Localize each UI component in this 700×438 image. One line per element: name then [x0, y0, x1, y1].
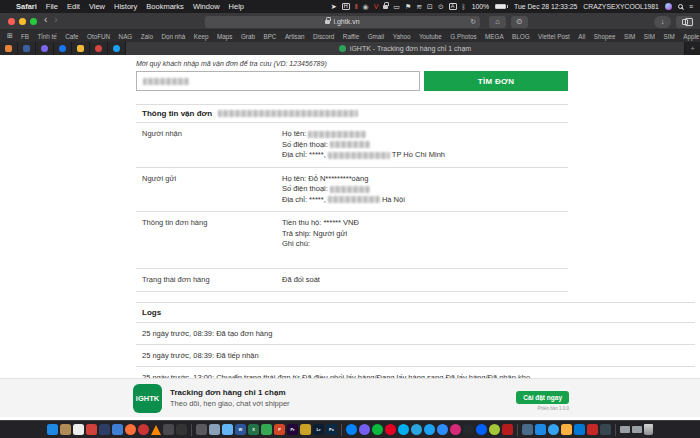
back-button[interactable]: ‹ — [44, 14, 47, 25]
close-window-button[interactable] — [8, 18, 15, 25]
dock-icon-safari[interactable] — [548, 424, 559, 435]
bookmark-item[interactable]: Discord — [313, 33, 334, 40]
dock-icon-skype[interactable] — [398, 424, 409, 435]
dock-icon-excel[interactable]: X — [248, 424, 259, 435]
wifi-icon[interactable]: ≋ — [416, 3, 422, 10]
input-source-icon[interactable]: A — [449, 3, 457, 11]
menu-item-safari[interactable]: Safari — [16, 2, 37, 11]
dock-icon-vm-windows[interactable] — [587, 424, 598, 435]
bookmark-item[interactable]: SIM — [663, 33, 674, 40]
menu-item-help[interactable]: Help — [229, 2, 244, 11]
dock-icon-lightroom[interactable]: Lr — [313, 424, 324, 435]
dock-icon-game-emulator[interactable] — [502, 424, 513, 435]
downloads-button[interactable]: ↓ — [654, 16, 671, 28]
dock-icon-powerpoint[interactable]: P — [274, 424, 285, 435]
dock-icon-minimized-window[interactable] — [620, 426, 630, 433]
bookmark-item[interactable]: SIM — [624, 33, 635, 40]
dock-icon-books[interactable] — [86, 424, 97, 435]
dock-icon-photoshop[interactable]: Ps — [326, 424, 337, 435]
history-button[interactable]: ⊙ — [511, 16, 528, 28]
globe-icon[interactable]: ◉ — [363, 3, 369, 10]
lock-icon[interactable] — [383, 5, 388, 9]
bookmark-item[interactable]: Keep — [194, 33, 209, 40]
install-now-button[interactable]: Cài đặt ngay — [516, 391, 569, 404]
dock-icon-opera[interactable] — [138, 424, 149, 435]
dock-icon-word[interactable]: W — [235, 424, 246, 435]
address-bar[interactable]: i.ghtk.vn ↻ — [205, 16, 480, 28]
pinned-tab-news-orange[interactable] — [0, 42, 18, 55]
pinned-tab-notes-yellow[interactable] — [72, 42, 90, 55]
forward-button[interactable]: › — [54, 14, 57, 25]
dock-icon-calendar[interactable] — [99, 424, 110, 435]
pinned-tab-app-red[interactable] — [90, 42, 108, 55]
bookmark-item[interactable]: NAG — [119, 33, 133, 40]
tab-overview-button[interactable] — [676, 16, 693, 28]
reload-icon[interactable]: ↻ — [470, 18, 476, 26]
new-tab-button[interactable]: + — [684, 42, 700, 55]
bookmark-item[interactable]: Shopee — [594, 33, 616, 40]
v-app-icon[interactable]: V — [374, 3, 379, 10]
h-app-icon[interactable]: H — [342, 3, 350, 11]
menu-bar-clock[interactable]: Tue Dec 28 12:33:25 — [514, 3, 577, 10]
bookmark-item[interactable]: Tỉnh tế — [37, 33, 56, 40]
bluetooth-icon[interactable]: ᛒ — [462, 3, 466, 10]
bookmark-item[interactable]: All — [578, 33, 585, 40]
dock-icon-parallels[interactable] — [574, 424, 585, 435]
bookmark-item[interactable]: BLOG — [512, 33, 530, 40]
active-tab[interactable]: iGHTK - Tracking đơn hàng chỉ 1 chạm — [126, 42, 684, 55]
dock-icon-bridge[interactable] — [300, 424, 311, 435]
dock-icon-notes[interactable] — [73, 424, 84, 435]
bookmark-item[interactable]: Raffle — [343, 33, 359, 40]
dock-icon-android[interactable] — [489, 424, 500, 435]
pinned-tab-twitter[interactable] — [108, 42, 126, 55]
bookmark-item[interactable]: Artisan — [285, 33, 305, 40]
dock-icon-qr-app[interactable] — [176, 424, 187, 435]
bookmark-item[interactable]: Cafe — [65, 33, 78, 40]
dock-icon-homebrew[interactable] — [561, 424, 572, 435]
zoom-window-button[interactable] — [30, 18, 37, 25]
dock-icon-textedit[interactable] — [163, 424, 174, 435]
dock-icon-mail[interactable] — [112, 424, 123, 435]
dock-icon-dropbox[interactable] — [476, 424, 487, 435]
bookmark-item[interactable]: Zalo — [141, 33, 153, 40]
notification-center-icon[interactable]: ≡ — [689, 3, 693, 10]
location-arrow-icon[interactable]: ➤ — [331, 3, 337, 10]
dock-icon-preview[interactable] — [209, 424, 220, 435]
dock-icon-sheets[interactable] — [261, 424, 272, 435]
menu-item-history[interactable]: History — [114, 2, 137, 11]
bookmarks-grid-icon[interactable]: ⊞ — [7, 32, 13, 40]
menu-item-bookmarks[interactable]: Bookmarks — [146, 2, 184, 11]
dock-icon-remote-desktop[interactable] — [522, 424, 533, 435]
pinned-tab-forum-blue[interactable] — [18, 42, 36, 55]
bookmark-item[interactable]: BPC — [263, 33, 276, 40]
dock-icon-minimized-window[interactable] — [632, 426, 642, 433]
pinned-tab-facebook[interactable] — [54, 42, 72, 55]
dock-icon-trash[interactable] — [644, 424, 653, 435]
dock-icon-utility[interactable] — [600, 424, 611, 435]
flag-icon[interactable]: ⚑ — [405, 3, 411, 10]
dock-icon-photos[interactable] — [222, 424, 233, 435]
bookmark-item[interactable]: OtoFUN — [87, 33, 110, 40]
bookmark-item[interactable]: Apple — [683, 33, 699, 40]
bookmark-item[interactable]: Grab — [241, 33, 255, 40]
menu-item-file[interactable]: File — [46, 2, 58, 11]
bookmark-item[interactable]: FB — [21, 33, 29, 40]
dock-icon-vlc[interactable] — [151, 425, 161, 435]
menu-item-view[interactable]: View — [89, 2, 105, 11]
bookmark-item[interactable]: Gmail — [368, 33, 384, 40]
bookmark-item[interactable]: Yahoo — [393, 33, 411, 40]
bookmark-item[interactable]: Viettel Post — [538, 33, 570, 40]
dock-icon-teamviewer[interactable] — [535, 424, 546, 435]
bookmark-item[interactable]: MEGA — [485, 33, 504, 40]
siri-icon[interactable] — [665, 3, 672, 10]
tracking-code-input[interactable] — [136, 71, 420, 91]
dock-icon-github[interactable] — [463, 424, 474, 435]
bookmark-item[interactable]: SIM — [644, 33, 655, 40]
pinned-tab-app-purple[interactable] — [36, 42, 54, 55]
bookmark-item[interactable]: Youtube — [419, 33, 442, 40]
dock-icon-finder[interactable] — [47, 424, 58, 435]
dock-icon-pinterest[interactable] — [385, 424, 396, 435]
dock-icon-telegram[interactable] — [411, 424, 422, 435]
airplay-icon[interactable]: ⊡ — [427, 3, 433, 10]
dock-icon-messenger[interactable] — [346, 424, 357, 435]
